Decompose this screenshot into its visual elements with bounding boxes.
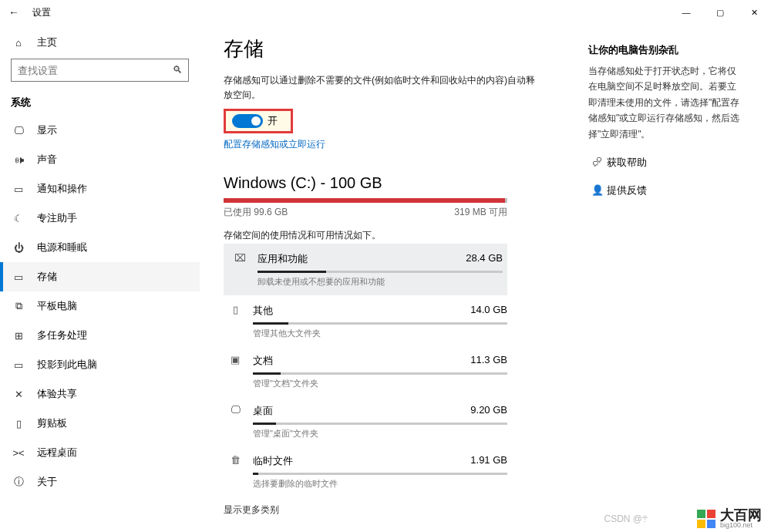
sidebar-item-icon: ☾ xyxy=(11,213,26,224)
sidebar-item-label: 显示 xyxy=(37,123,57,137)
sidebar-item-2[interactable]: ▭通知和操作 xyxy=(0,174,200,204)
brand-watermark: 大百网 big100.net xyxy=(697,508,762,529)
sidebar-home-label: 主页 xyxy=(37,35,57,49)
sidebar-item-icon: ✕ xyxy=(11,389,26,400)
category-name: 其他 xyxy=(253,304,273,318)
search-input[interactable] xyxy=(11,59,189,82)
storage-category-2[interactable]: ▣文档11.3 GB管理"文档"文件夹 xyxy=(224,345,507,396)
sidebar-item-10[interactable]: ▯剪贴板 xyxy=(0,409,200,438)
feedback-icon: 👤 xyxy=(588,184,607,196)
drive-used-label: 已使用 99.6 GB xyxy=(224,206,288,219)
category-bar xyxy=(253,372,507,375)
category-size: 1.91 GB xyxy=(470,454,507,468)
sidebar-item-8[interactable]: ▭投影到此电脑 xyxy=(0,350,200,379)
sidebar-item-icon: ▭ xyxy=(11,271,26,283)
page-title: 存储 xyxy=(224,35,542,62)
category-sub: 选择要删除的临时文件 xyxy=(253,478,507,490)
sidebar-item-label: 声音 xyxy=(37,153,57,167)
csdn-watermark: CSDN @܊ xyxy=(604,513,648,524)
sidebar-item-0[interactable]: 🖵显示 xyxy=(0,116,200,145)
storage-sense-description: 存储感知可以通过删除不需要的文件(例如临时文件和回收站中的内容)自动释放空间。 xyxy=(224,73,542,103)
close-button[interactable]: ✕ xyxy=(737,0,771,25)
sidebar-item-icon: ⧉ xyxy=(11,300,26,312)
sidebar-item-icon: ⓘ xyxy=(11,475,26,489)
category-sub: 卸载未使用或不想要的应用和功能 xyxy=(258,276,503,288)
brand-name: 大百网 xyxy=(720,508,762,522)
brand-domain: big100.net xyxy=(720,522,762,529)
get-help-label: 获取帮助 xyxy=(607,156,647,170)
sidebar-item-3[interactable]: ☾专注助手 xyxy=(0,204,200,233)
configure-storage-sense-link[interactable]: 配置存储感知或立即运行 xyxy=(224,138,542,151)
give-feedback-label: 提供反馈 xyxy=(607,184,647,197)
category-icon: 🖵 xyxy=(224,404,247,416)
category-size: 14.0 GB xyxy=(470,304,507,318)
maximize-button[interactable]: ▢ xyxy=(703,0,737,25)
sidebar-item-label: 剪贴板 xyxy=(37,416,67,430)
category-size: 9.20 GB xyxy=(470,404,507,418)
sidebar-item-4[interactable]: ⏻电源和睡眠 xyxy=(0,233,200,262)
sidebar-item-label: 投影到此电脑 xyxy=(37,358,97,372)
sidebar: ⌂ 主页 🔍︎ 系统 🖵显示🕪声音▭通知和操作☾专注助手⏻电源和睡眠▭存储⧉平板… xyxy=(0,25,200,532)
help-icon: 🗪 xyxy=(588,157,607,168)
sidebar-item-icon: 🕪 xyxy=(11,154,26,166)
sidebar-item-5[interactable]: ▭存储 xyxy=(0,262,200,291)
category-name: 应用和功能 xyxy=(258,252,308,266)
sidebar-home[interactable]: ⌂ 主页 xyxy=(0,28,200,57)
drive-free-label: 319 MB 可用 xyxy=(454,206,507,219)
drive-title: Windows (C:) - 100 GB xyxy=(224,174,542,192)
category-sub: 管理"桌面"文件夹 xyxy=(253,428,507,439)
toggle-label: 开 xyxy=(268,114,278,128)
category-size: 28.4 GB xyxy=(466,252,503,266)
sidebar-item-icon: ▯ xyxy=(11,418,26,429)
sidebar-item-icon: ⊞ xyxy=(11,330,26,342)
window-title: 设置 xyxy=(32,6,51,19)
category-bar xyxy=(258,271,503,273)
sidebar-item-icon: ▭ xyxy=(11,184,26,195)
category-name: 文档 xyxy=(253,354,273,368)
storage-category-1[interactable]: ▯其他14.0 GB管理其他大文件夹 xyxy=(224,295,507,345)
aside-body: 当存储感知处于打开状态时，它将仅在电脑空间不足时释放空间。若要立即清理未使用的文… xyxy=(588,63,740,142)
sidebar-item-label: 远程桌面 xyxy=(37,446,77,460)
category-icon: ▯ xyxy=(224,304,247,315)
category-size: 11.3 GB xyxy=(470,354,507,368)
category-icon: 🗑 xyxy=(224,454,247,466)
sidebar-item-1[interactable]: 🕪声音 xyxy=(0,145,200,174)
category-sub: 管理"文档"文件夹 xyxy=(253,378,507,389)
sidebar-item-label: 通知和操作 xyxy=(37,182,87,196)
storage-sense-toggle[interactable]: 开 xyxy=(224,109,293,133)
minimize-button[interactable]: — xyxy=(669,0,703,25)
home-icon: ⌂ xyxy=(11,37,26,49)
category-bar xyxy=(253,322,507,325)
sidebar-item-label: 体验共享 xyxy=(37,387,77,401)
sidebar-item-icon: 🖵 xyxy=(11,125,26,136)
category-name: 桌面 xyxy=(253,404,273,418)
get-help-link[interactable]: 🗪 获取帮助 xyxy=(588,156,740,170)
category-icon: ⌧ xyxy=(228,252,251,264)
category-name: 临时文件 xyxy=(253,454,293,468)
sidebar-item-label: 电源和睡眠 xyxy=(37,241,87,254)
give-feedback-link[interactable]: 👤 提供反馈 xyxy=(588,184,740,197)
back-button[interactable]: ← xyxy=(5,6,23,19)
storage-category-4[interactable]: 🗑临时文件1.91 GB选择要删除的临时文件 xyxy=(224,446,507,496)
sidebar-item-label: 多任务处理 xyxy=(37,328,87,342)
toggle-on-icon xyxy=(232,114,263,128)
sidebar-item-icon: ▭ xyxy=(11,359,26,371)
show-more-categories[interactable]: 显示更多类别 xyxy=(224,503,542,517)
sidebar-item-label: 关于 xyxy=(37,475,57,489)
sidebar-item-label: 专注助手 xyxy=(37,211,77,225)
brand-logo-icon xyxy=(697,510,715,528)
storage-category-0[interactable]: ⌧应用和功能28.4 GB卸载未使用或不想要的应用和功能 xyxy=(224,244,507,295)
category-bar xyxy=(253,423,507,425)
category-bar xyxy=(253,473,507,475)
sidebar-item-6[interactable]: ⧉平板电脑 xyxy=(0,291,200,321)
category-sub: 管理其他大文件夹 xyxy=(253,328,507,339)
aside-title: 让你的电脑告别杂乱 xyxy=(588,43,740,57)
category-icon: ▣ xyxy=(224,354,247,365)
search-icon[interactable]: 🔍︎ xyxy=(173,64,183,76)
sidebar-item-7[interactable]: ⊞多任务处理 xyxy=(0,321,200,350)
sidebar-item-11[interactable]: ><远程桌面 xyxy=(0,438,200,467)
storage-category-3[interactable]: 🖵桌面9.20 GB管理"桌面"文件夹 xyxy=(224,396,507,446)
sidebar-item-label: 存储 xyxy=(37,270,57,284)
sidebar-item-9[interactable]: ✕体验共享 xyxy=(0,379,200,409)
sidebar-item-12[interactable]: ⓘ关于 xyxy=(0,467,200,497)
